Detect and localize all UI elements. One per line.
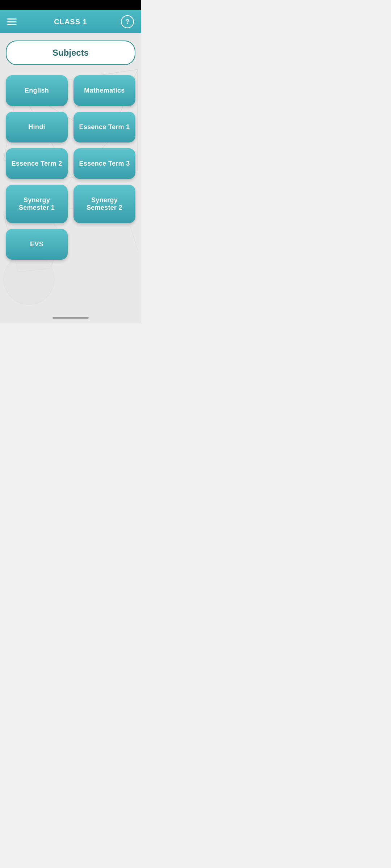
subject-mathematics-label: Mathematics bbox=[84, 87, 125, 94]
subject-evs-label: EVS bbox=[30, 241, 43, 248]
home-indicator-bar bbox=[52, 317, 89, 319]
subjects-title-box: Subjects bbox=[6, 41, 135, 65]
help-button[interactable]: ? bbox=[121, 15, 134, 28]
status-bar bbox=[0, 0, 141, 10]
subject-synergy-semester-1-label: Synergy Semester 1 bbox=[19, 196, 55, 211]
subject-essence-term-1-label: Essence Term 1 bbox=[79, 123, 130, 131]
subject-hindi-label: Hindi bbox=[28, 123, 45, 131]
subject-evs-button[interactable]: EVS bbox=[6, 229, 68, 260]
subject-synergy-semester-2-button[interactable]: Synergy Semester 2 bbox=[73, 185, 135, 223]
subjects-heading: Subjects bbox=[52, 48, 89, 58]
menu-icon[interactable] bbox=[7, 18, 17, 25]
content-background: Subjects English Mathematics Hindi Essen… bbox=[0, 33, 141, 312]
subject-hindi-button[interactable]: Hindi bbox=[6, 112, 68, 142]
main-content: Subjects English Mathematics Hindi Essen… bbox=[0, 33, 141, 271]
subjects-grid: English Mathematics Hindi Essence Term 1… bbox=[6, 75, 135, 260]
subject-mathematics-button[interactable]: Mathematics bbox=[73, 75, 135, 106]
question-mark-icon: ? bbox=[126, 18, 130, 25]
subject-essence-term-1-button[interactable]: Essence Term 1 bbox=[73, 112, 135, 142]
subject-english-label: English bbox=[25, 87, 49, 94]
subject-synergy-semester-2-label: Synergy Semester 2 bbox=[87, 196, 122, 211]
subject-synergy-semester-1-button[interactable]: Synergy Semester 1 bbox=[6, 185, 68, 223]
subject-english-button[interactable]: English bbox=[6, 75, 68, 106]
page-title: CLASS 1 bbox=[54, 18, 87, 26]
home-indicator-area bbox=[0, 312, 141, 323]
subject-essence-term-3-button[interactable]: Essence Term 3 bbox=[73, 148, 135, 179]
subject-essence-term-3-label: Essence Term 3 bbox=[79, 160, 130, 167]
subject-essence-term-2-label: Essence Term 2 bbox=[12, 160, 62, 167]
subject-essence-term-2-button[interactable]: Essence Term 2 bbox=[6, 148, 68, 179]
app-header: CLASS 1 ? bbox=[0, 10, 141, 33]
